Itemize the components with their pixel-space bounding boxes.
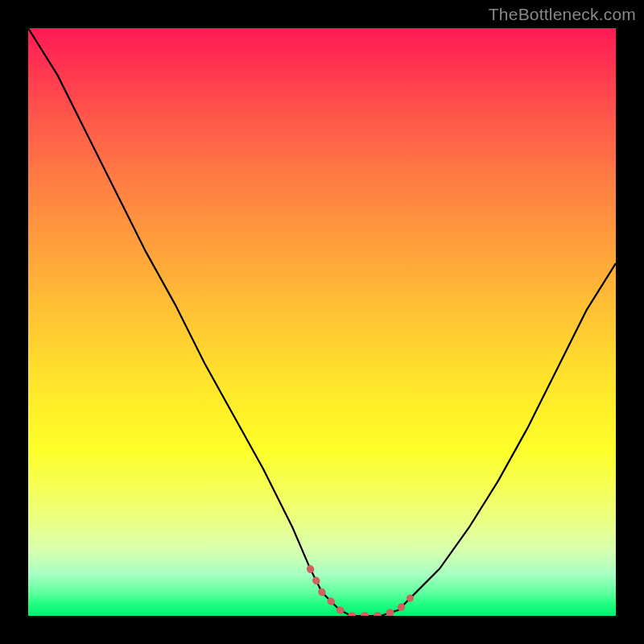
- chart-svg: [28, 28, 616, 616]
- highlight-band: [310, 569, 410, 616]
- plot-area: [28, 28, 616, 616]
- watermark-text: TheBottleneck.com: [489, 5, 636, 24]
- curve-line: [28, 28, 616, 616]
